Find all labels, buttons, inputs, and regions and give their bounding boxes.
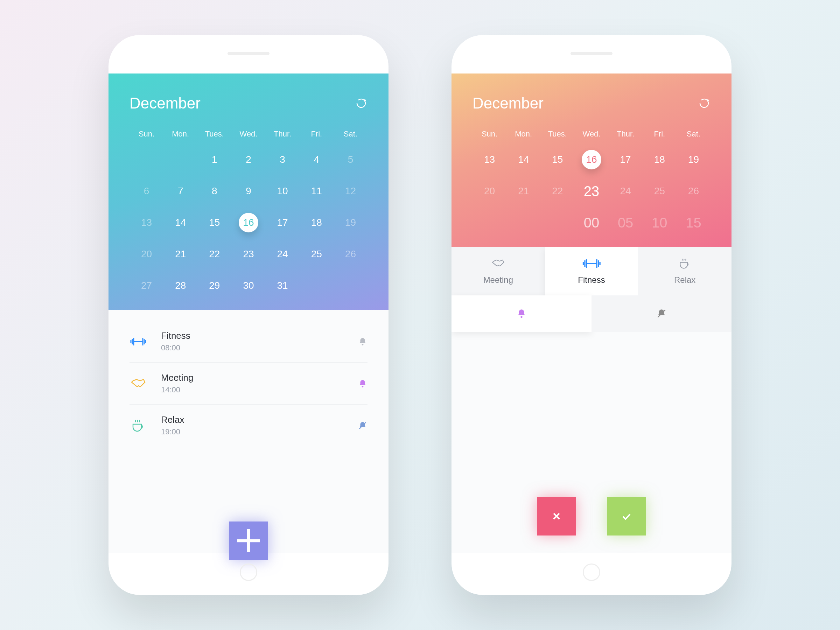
dow-sat: Sat. bbox=[333, 129, 368, 139]
calendar-day[interactable]: 18 bbox=[643, 149, 677, 170]
event-item[interactable]: Relax 19:00 bbox=[129, 404, 368, 446]
category-tab-meeting[interactable]: Meeting bbox=[452, 247, 545, 295]
calendar-day[interactable]: 22 bbox=[540, 181, 574, 202]
svg-point-0 bbox=[364, 99, 366, 101]
home-button[interactable] bbox=[240, 564, 257, 581]
calendar-day[interactable]: 13 bbox=[129, 212, 163, 233]
calendar-day[interactable]: 7 bbox=[163, 181, 197, 202]
calendar-day[interactable]: 24 bbox=[609, 181, 643, 202]
time-minute[interactable]: 10 bbox=[643, 212, 677, 233]
calendar-day[interactable]: 31 bbox=[266, 275, 300, 296]
dow-mon: Mon. bbox=[507, 129, 540, 139]
calendar-day[interactable]: 18 bbox=[300, 212, 333, 233]
calendar-day[interactable]: 23 bbox=[231, 243, 265, 265]
calendar-day[interactable]: 13 bbox=[472, 149, 507, 170]
calendar-header: December Sun. Mon. Tues. Wed. Thur. Fri.… bbox=[452, 74, 731, 247]
cancel-button[interactable] bbox=[537, 497, 576, 535]
calendar-day[interactable]: 16 bbox=[231, 212, 265, 233]
calendar-day[interactable]: 19 bbox=[333, 212, 368, 233]
category-tab-fitness[interactable]: Fitness bbox=[545, 247, 638, 295]
event-title: Relax bbox=[161, 414, 358, 425]
event-text: Relax 19:00 bbox=[161, 414, 358, 436]
calendar-day[interactable]: 6 bbox=[129, 181, 163, 202]
calendar-day[interactable]: 29 bbox=[197, 275, 231, 296]
svg-point-9 bbox=[362, 386, 364, 387]
calendar-day[interactable]: 12 bbox=[333, 181, 368, 202]
calendar-day[interactable]: 25 bbox=[300, 243, 333, 265]
calendar-day[interactable]: 19 bbox=[677, 149, 711, 170]
bell-icon[interactable] bbox=[358, 337, 368, 346]
calendar-day[interactable]: 26 bbox=[333, 243, 368, 265]
event-item[interactable]: Fitness 08:00 bbox=[129, 321, 368, 363]
time-minute bbox=[472, 212, 507, 233]
alert-off-button[interactable] bbox=[592, 295, 731, 332]
calendar-day[interactable]: 9 bbox=[231, 181, 265, 202]
calendar-day[interactable]: 20 bbox=[129, 243, 163, 265]
calendar-day bbox=[333, 275, 368, 296]
calendar-day[interactable]: 4 bbox=[300, 149, 333, 170]
dow-fri: Fri. bbox=[643, 129, 677, 139]
month-title: December bbox=[472, 95, 543, 112]
event-text: Meeting 14:00 bbox=[161, 373, 358, 395]
calendar-day[interactable]: 10 bbox=[266, 181, 300, 202]
calendar-day[interactable]: 14 bbox=[507, 149, 540, 170]
bell-icon[interactable] bbox=[358, 379, 368, 388]
time-minute bbox=[507, 212, 540, 233]
alert-on-button[interactable] bbox=[452, 295, 592, 332]
event-title: Fitness bbox=[161, 330, 358, 341]
calendar-day[interactable]: 25 bbox=[643, 181, 677, 202]
calendar-day bbox=[300, 275, 333, 296]
time-minute[interactable]: 05 bbox=[609, 212, 643, 233]
calendar-day[interactable]: 1 bbox=[197, 149, 231, 170]
home-button[interactable] bbox=[583, 564, 600, 581]
calendar-day[interactable]: 30 bbox=[231, 275, 265, 296]
calendar-day[interactable]: 24 bbox=[266, 243, 300, 265]
phone-speaker bbox=[570, 52, 613, 55]
event-item[interactable]: Meeting 14:00 bbox=[129, 363, 368, 404]
calendar-day[interactable]: 27 bbox=[129, 275, 163, 296]
svg-point-13 bbox=[707, 99, 709, 101]
category-label: Relax bbox=[638, 275, 731, 285]
bell-icon[interactable] bbox=[358, 421, 368, 431]
phone-calendar-view: December Sun. Mon. Tues. Wed. Thur. Fri.… bbox=[109, 35, 388, 595]
refresh-icon[interactable] bbox=[355, 97, 368, 109]
calendar-day[interactable]: 20 bbox=[472, 181, 507, 202]
calendar-header: December Sun. Mon. Tues. Wed. Thur. Fri.… bbox=[109, 74, 388, 310]
category-label: Meeting bbox=[452, 275, 545, 285]
calendar-day[interactable]: 21 bbox=[163, 243, 197, 265]
svg-point-21 bbox=[521, 316, 522, 318]
calendar-day[interactable]: 28 bbox=[163, 275, 197, 296]
action-row bbox=[452, 332, 731, 553]
calendar-day[interactable]: 26 bbox=[677, 181, 711, 202]
dumbbell-icon bbox=[129, 333, 147, 351]
calendar-day bbox=[129, 149, 163, 170]
calendar-day[interactable]: 15 bbox=[197, 212, 231, 233]
calendar-day[interactable]: 8 bbox=[197, 181, 231, 202]
svg-point-8 bbox=[362, 344, 364, 346]
confirm-button[interactable] bbox=[607, 497, 646, 535]
calendar-day[interactable]: 3 bbox=[266, 149, 300, 170]
time-minute[interactable]: 00 bbox=[574, 212, 608, 233]
category-tab-relax[interactable]: Relax bbox=[638, 247, 731, 295]
dow-fri: Fri. bbox=[300, 129, 333, 139]
calendar-day[interactable]: 5 bbox=[333, 149, 368, 170]
calendar-day[interactable]: 15 bbox=[540, 149, 574, 170]
coffee-icon bbox=[638, 257, 731, 275]
calendar-day[interactable]: 21 bbox=[507, 181, 540, 202]
calendar-day[interactable]: 11 bbox=[300, 181, 333, 202]
event-time: 14:00 bbox=[161, 385, 358, 395]
time-minute[interactable]: 15 bbox=[677, 212, 711, 233]
calendar-day[interactable]: 22 bbox=[197, 243, 231, 265]
calendar-day[interactable]: 2 bbox=[231, 149, 265, 170]
refresh-icon[interactable] bbox=[698, 97, 711, 109]
event-time: 08:00 bbox=[161, 343, 358, 352]
calendar-day[interactable]: 23 bbox=[574, 181, 608, 202]
calendar-day[interactable]: 17 bbox=[266, 212, 300, 233]
calendar-day[interactable]: 16 bbox=[574, 149, 608, 170]
event-text: Fitness 08:00 bbox=[161, 330, 358, 352]
add-event-button[interactable] bbox=[229, 521, 268, 560]
calendar-day[interactable]: 17 bbox=[609, 149, 643, 170]
calendar-day[interactable]: 14 bbox=[163, 212, 197, 233]
dow-sun: Sun. bbox=[472, 129, 507, 139]
dumbbell-icon bbox=[545, 257, 638, 275]
